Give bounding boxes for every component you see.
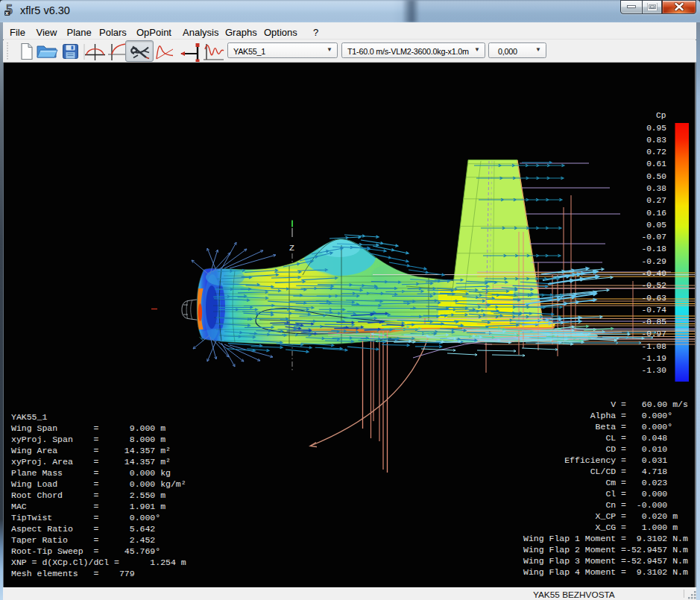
svg-text:Root Chord = 2.550 m: Root Chord = 2.550 m	[11, 490, 165, 500]
svg-text:-0.97: -0.97	[641, 329, 666, 338]
svg-text:0.05: 0.05	[646, 221, 666, 230]
svg-text:-0.18: -0.18	[641, 244, 666, 253]
svg-text:Wing Span = 9.000 m: Wing Span = 9.000 m	[11, 423, 165, 433]
svg-text:Z: Z	[289, 243, 294, 253]
svg-text:-0.74: -0.74	[641, 306, 666, 315]
svg-text:CL/CD = 4.718: CL/CD = 4.718	[523, 467, 667, 476]
svg-text:-0.85: -0.85	[641, 318, 666, 326]
svg-text:Plane Mass = 0.000 k: Plane Mass = 0.000 kg	[11, 468, 171, 478]
svg-text:X_CP = 0.020 m: X_CP = 0.020 m	[523, 511, 678, 521]
svg-text:0.38: 0.38	[646, 184, 666, 193]
svg-text:0.83: 0.83	[646, 136, 666, 145]
svg-text:Wing Flap 3 Moment =-52.9457 N: Wing Flap 3 Moment =-52.9457 N.m	[523, 556, 688, 566]
svg-text:XNP = d(XCp.Cl)/dCl = 1.2: XNP = d(XCp.Cl)/dCl = 1.254 m	[11, 558, 186, 567]
svg-text:-0.29: -0.29	[641, 257, 666, 266]
svg-text:-1.19: -1.19	[641, 354, 666, 363]
svg-text:0.16: 0.16	[646, 209, 666, 218]
svg-text:Wing Area = 14.357 m: Wing Area = 14.357 m²	[11, 446, 171, 455]
svg-text:X_CG = 1.000 m: X_CG = 1.000 m	[523, 522, 678, 532]
svg-text:Wing Flap 4 Moment = 9.3102 N: Wing Flap 4 Moment = 9.3102 N.m	[523, 567, 688, 577]
svg-text:Wing Load = 0.000 k: Wing Load = 0.000 kg/m²	[11, 479, 186, 489]
svg-text:TipTwist = 0.000°: TipTwist = 0.000°	[11, 513, 160, 522]
svg-text:Beta = 0.000°: Beta = 0.000°	[523, 422, 672, 432]
svg-text:-0.40: -0.40	[641, 269, 666, 278]
svg-text:Mesh elements = 779: Mesh elements = 779	[11, 569, 135, 578]
svg-text:Aspect Ratio = 5.642: Aspect Ratio = 5.642	[11, 524, 155, 534]
svg-text:YAK55_1: YAK55_1	[11, 412, 47, 422]
svg-text:-0.07: -0.07	[641, 233, 666, 241]
svg-text:0.27: 0.27	[646, 196, 666, 205]
svg-text:Wing Flap 1 Moment = 9.3102 N: Wing Flap 1 Moment = 9.3102 N.m	[523, 534, 688, 543]
svg-text:CL = 0.048: CL = 0.048	[523, 433, 667, 443]
svg-text:-1.30: -1.30	[641, 366, 666, 375]
svg-text:Taper Ratio = 2.452: Taper Ratio = 2.452	[11, 535, 155, 545]
svg-text:0.95: 0.95	[646, 124, 666, 133]
svg-text:0.61: 0.61	[646, 160, 666, 168]
svg-text:-1.08: -1.08	[641, 342, 666, 351]
svg-text:Efficiency = 0.031: Efficiency = 0.031	[523, 455, 667, 465]
svg-text:-0.63: -0.63	[641, 294, 666, 303]
svg-text:V = 60.00 m/s: V = 60.00 m/s	[523, 400, 688, 409]
svg-text:0.50: 0.50	[646, 172, 666, 181]
svg-text:xyProj. Area = 14.357 m: xyProj. Area = 14.357 m²	[11, 457, 171, 467]
svg-text:xyProj. Span = 8.000 m: xyProj. Span = 8.000 m	[11, 435, 165, 444]
svg-text:0.72: 0.72	[646, 148, 666, 157]
svg-text:-0.52: -0.52	[641, 281, 666, 290]
svg-text:Wing Flap 2 Moment =-52.9457 N: Wing Flap 2 Moment =-52.9457 N.m	[523, 545, 688, 555]
svg-text:Root-Tip Sweep = 45.769°: Root-Tip Sweep = 45.769°	[11, 546, 160, 556]
svg-text:Cn = -0.000: Cn = -0.000	[523, 500, 667, 510]
svg-text:Cm = 0.023: Cm = 0.023	[523, 478, 667, 487]
svg-text:CD = 0.010: CD = 0.010	[523, 444, 667, 454]
svg-text:Cl = 0.000: Cl = 0.000	[523, 489, 667, 499]
svg-text:Cp: Cp	[656, 111, 666, 120]
svg-text:MAC = 1.901 m: MAC = 1.901 m	[11, 502, 165, 511]
svg-text:Alpha = 0.000°: Alpha = 0.000°	[523, 411, 672, 420]
